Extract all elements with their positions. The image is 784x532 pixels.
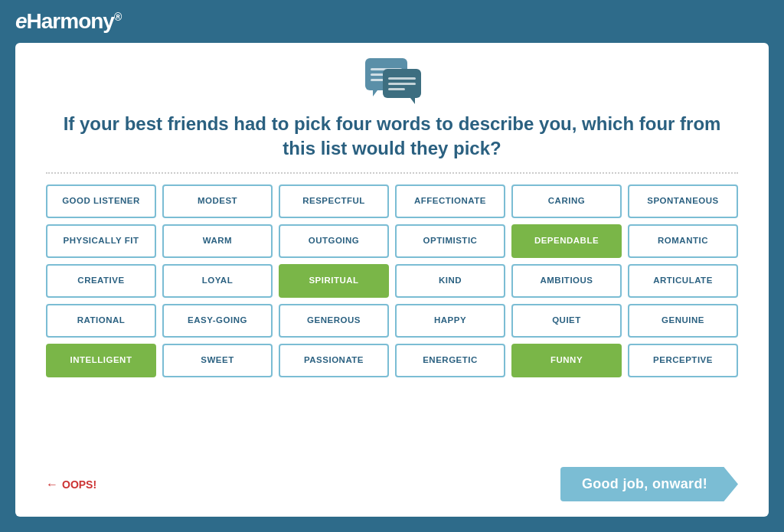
- word-btn-8[interactable]: OUTGOING: [279, 224, 389, 258]
- word-btn-23[interactable]: GENUINE: [628, 304, 738, 338]
- word-btn-2[interactable]: RESPECTFUL: [279, 184, 389, 218]
- word-btn-26[interactable]: PASSIONATE: [279, 344, 389, 377]
- logo: eHarmony®: [15, 9, 121, 34]
- word-btn-9[interactable]: OPTIMISTIC: [395, 224, 505, 258]
- word-btn-27[interactable]: ENERGETIC: [395, 344, 505, 377]
- word-btn-13[interactable]: LOYAL: [162, 264, 273, 298]
- word-btn-5[interactable]: SPONTANEOUS: [628, 184, 738, 218]
- divider: [46, 172, 738, 174]
- chat-bubble-2: [383, 69, 421, 98]
- word-btn-20[interactable]: GENEROUS: [279, 304, 389, 338]
- word-btn-1[interactable]: MODEST: [162, 184, 273, 218]
- word-btn-10[interactable]: DEPENDABLE: [511, 224, 622, 258]
- footer-row: ← OOPS! Good job, onward!: [46, 467, 738, 501]
- word-btn-0[interactable]: GOOD LISTENER: [46, 184, 156, 218]
- word-btn-4[interactable]: CARING: [511, 184, 622, 218]
- word-btn-14[interactable]: SPIRITUAL: [279, 264, 389, 298]
- oops-button[interactable]: ← OOPS!: [46, 478, 96, 491]
- oops-arrow-icon: ←: [46, 478, 58, 491]
- word-btn-15[interactable]: KIND: [395, 264, 505, 298]
- header: eHarmony®: [0, 0, 784, 43]
- main-card: If your best friends had to pick four wo…: [15, 43, 769, 517]
- word-grid: GOOD LISTENERMODESTRESPECTFULAFFECTIONAT…: [46, 184, 738, 377]
- word-btn-17[interactable]: ARTICULATE: [628, 264, 738, 298]
- word-btn-11[interactable]: ROMANTIC: [628, 224, 738, 258]
- oops-label: OOPS!: [62, 478, 96, 491]
- logo-e: e: [15, 9, 27, 33]
- word-btn-28[interactable]: FUNNY: [511, 344, 622, 377]
- word-btn-7[interactable]: WARM: [162, 224, 273, 258]
- logo-rest: Harmony: [27, 9, 114, 33]
- word-btn-18[interactable]: RATIONAL: [46, 304, 156, 338]
- word-btn-12[interactable]: CREATIVE: [46, 264, 156, 298]
- chat-icon: [361, 58, 423, 104]
- question-text: If your best friends had to pick four wo…: [46, 112, 738, 162]
- word-btn-22[interactable]: QUIET: [511, 304, 622, 338]
- word-btn-19[interactable]: EASY-GOING: [162, 304, 273, 338]
- word-btn-25[interactable]: SWEET: [162, 344, 273, 377]
- word-btn-24[interactable]: INTELLIGENT: [46, 344, 156, 377]
- next-button[interactable]: Good job, onward!: [560, 467, 738, 501]
- word-btn-29[interactable]: PERCEPTIVE: [628, 344, 738, 377]
- word-btn-21[interactable]: HAPPY: [395, 304, 505, 338]
- word-btn-16[interactable]: AMBITIOUS: [511, 264, 622, 298]
- word-btn-6[interactable]: PHYSICALLY FIT: [46, 224, 156, 258]
- logo-reg: ®: [114, 11, 121, 23]
- word-btn-3[interactable]: AFFECTIONATE: [395, 184, 505, 218]
